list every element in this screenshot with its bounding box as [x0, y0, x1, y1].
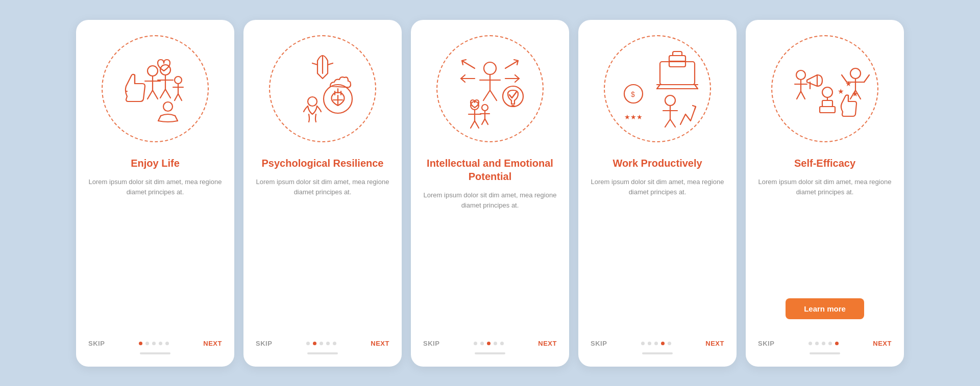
dot-2	[815, 342, 819, 345]
work-productively-icon: $ ★★★	[614, 45, 701, 132]
icon-circle-enjoy-life	[102, 35, 209, 142]
svg-line-81	[842, 75, 847, 82]
card-body-self-efficacy: Lorem ipsum dolor sit dim amet, mea regi…	[758, 177, 892, 296]
self-efficacy-icon: ★ ★ ★	[781, 45, 868, 132]
dot-5	[835, 342, 839, 345]
cards-container: Enjoy Life Lorem ipsum dolor sit dim ame…	[56, 5, 924, 382]
dot-5	[500, 342, 504, 345]
svg-text:★: ★	[838, 87, 844, 95]
card-footer-self-efficacy: Learn more SKIP NEXT	[758, 296, 892, 347]
next-button-work-productively[interactable]: NEXT	[705, 340, 724, 347]
svg-line-32	[505, 61, 518, 68]
svg-line-31	[462, 61, 475, 68]
svg-point-58	[665, 95, 675, 106]
bottom-bar-self-efficacy	[810, 352, 840, 354]
svg-line-82	[864, 75, 869, 82]
svg-rect-69	[820, 107, 835, 113]
dot-3	[487, 342, 491, 345]
svg-point-16	[163, 102, 173, 111]
bottom-bar-work-productively	[642, 352, 673, 354]
svg-line-51	[695, 85, 698, 89]
dot-1	[808, 342, 812, 345]
card-intellectual-emotional: Intellectual and Emotional Potential Lor…	[411, 20, 569, 367]
svg-line-66	[797, 91, 801, 99]
intellectual-emotional-icon	[447, 45, 533, 132]
card-body-enjoy-life: Lorem ipsum dolor sit dim amet, mea regi…	[88, 177, 222, 324]
next-button-psychological-resilience[interactable]: NEXT	[371, 340, 389, 347]
svg-text:$: $	[631, 90, 635, 98]
dot-1	[641, 342, 645, 345]
card-psychological-resilience: Psychological Resilience Lorem ipsum dol…	[243, 20, 402, 367]
card-enjoy-life: Enjoy Life Lorem ipsum dolor sit dim ame…	[76, 20, 234, 367]
card-body-psychological-resilience: Lorem ipsum dolor sit dim amet, mea regi…	[256, 177, 389, 324]
svg-point-43	[482, 105, 488, 111]
svg-line-20	[328, 63, 333, 65]
dot-5	[333, 342, 336, 345]
next-button-self-efficacy[interactable]: NEXT	[873, 340, 892, 347]
dot-2	[145, 342, 149, 345]
dot-1	[139, 342, 142, 345]
dots-intellectual-emotional	[474, 342, 504, 345]
svg-point-1	[148, 66, 158, 76]
card-footer-enjoy-life: SKIP NEXT	[88, 333, 222, 347]
dot-4	[661, 342, 665, 345]
svg-line-5	[153, 90, 158, 99]
svg-point-76	[850, 68, 861, 79]
svg-point-11	[175, 76, 182, 84]
svg-point-26	[484, 62, 496, 74]
skip-button-work-productively[interactable]: SKIP	[591, 340, 607, 347]
icon-circle-work-productively: $ ★★★	[604, 35, 711, 142]
card-body-intellectual-emotional: Lorem ipsum dolor sit dim amet, mea regi…	[423, 190, 557, 324]
svg-line-47	[485, 119, 488, 124]
bottom-bar-enjoy-life	[140, 352, 170, 354]
learn-more-button[interactable]: Learn more	[786, 298, 864, 319]
dots-work-productively	[641, 342, 671, 345]
svg-line-14	[175, 94, 178, 100]
svg-line-15	[178, 94, 182, 100]
dot-5	[668, 342, 671, 345]
svg-rect-48	[660, 62, 695, 85]
dot-3	[822, 342, 825, 345]
svg-line-19	[312, 63, 317, 65]
dots-enjoy-life	[139, 342, 169, 345]
skip-button-psychological-resilience[interactable]: SKIP	[256, 340, 272, 347]
next-button-intellectual-emotional[interactable]: NEXT	[538, 340, 557, 347]
skip-button-enjoy-life[interactable]: SKIP	[88, 340, 105, 347]
icon-circle-self-efficacy: ★ ★ ★	[771, 35, 878, 142]
bottom-bar-intellectual-emotional	[475, 352, 505, 354]
svg-line-46	[482, 119, 485, 124]
card-footer-work-productively: SKIP NEXT	[591, 333, 724, 347]
svg-text:★★★: ★★★	[624, 113, 643, 121]
dot-1	[306, 342, 310, 345]
svg-rect-70	[822, 100, 832, 107]
svg-line-17	[158, 116, 161, 121]
dot-5	[165, 342, 169, 345]
svg-line-62	[670, 119, 675, 127]
dots-psychological-resilience	[306, 342, 336, 345]
svg-line-50	[657, 85, 660, 89]
svg-point-63	[796, 70, 805, 80]
svg-line-9	[160, 89, 165, 98]
svg-point-21	[308, 97, 317, 106]
card-title-psychological-resilience: Psychological Resilience	[262, 157, 384, 170]
svg-line-18	[175, 116, 178, 121]
dot-4	[828, 342, 832, 345]
skip-button-intellectual-emotional[interactable]: SKIP	[423, 340, 439, 347]
card-self-efficacy: ★ ★ ★ Self-Efficacy	[746, 20, 904, 367]
svg-line-10	[165, 89, 170, 98]
bottom-bar-psychological-resilience	[307, 352, 338, 354]
dots-self-efficacy	[808, 342, 839, 345]
icon-circle-psychological-resilience	[269, 35, 376, 142]
skip-button-self-efficacy[interactable]: SKIP	[758, 340, 774, 347]
card-title-intellectual-emotional: Intellectual and Emotional Potential	[423, 157, 557, 183]
svg-point-71	[822, 87, 832, 97]
svg-line-4	[148, 90, 153, 99]
card-body-work-productively: Lorem ipsum dolor sit dim amet, mea regi…	[591, 177, 724, 324]
card-title-enjoy-life: Enjoy Life	[131, 157, 180, 170]
svg-line-30	[490, 90, 497, 100]
icon-circle-intellectual-emotional	[436, 35, 544, 142]
next-button-enjoy-life[interactable]: NEXT	[203, 340, 222, 347]
dot-3	[654, 342, 658, 345]
enjoy-life-icon	[112, 45, 199, 132]
dot-4	[494, 342, 497, 345]
